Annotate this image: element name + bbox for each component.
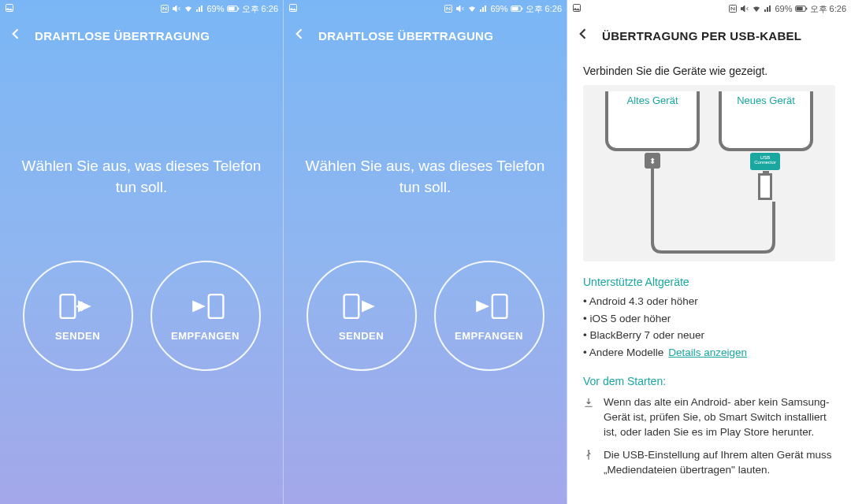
nfc-icon [444, 4, 453, 13]
clock-text: 오후 6:26 [242, 3, 278, 15]
tip-row: Die USB-Einstellung auf Ihrem alten Gerä… [583, 448, 835, 478]
supported-item: • Andere ModelleDetails anzeigen [583, 344, 835, 361]
header: ÜBERTRAGUNG PER USB-KABEL [567, 17, 851, 54]
tip-text-2: Die USB-Einstellung auf Ihrem alten Gerä… [604, 448, 835, 478]
supported-item: • Android 4.3 oder höher [583, 293, 835, 310]
usb-instruction: Verbinden Sie die Geräte wie gezeigt. [583, 65, 835, 77]
back-icon[interactable] [8, 26, 24, 45]
instruction-text: Wählen Sie aus, was dieses Telefon tun s… [284, 156, 567, 198]
send-icon [340, 291, 384, 322]
nfc-icon [160, 4, 169, 13]
battery-percent: 69% [491, 4, 508, 13]
page-title: ÜBERTRAGUNG PER USB-KABEL [602, 29, 801, 43]
details-link[interactable]: Details anzeigen [668, 346, 747, 358]
usb-transfer-screen: 69% 오후 6:26 ÜBERTRAGUNG PER USB-KABEL Ve… [567, 0, 851, 504]
wifi-icon [184, 4, 193, 13]
usb-body: Verbinden Sie die Geräte wie gezeigt. Al… [567, 54, 851, 478]
battery-icon [227, 5, 240, 13]
send-label: SENDEN [339, 330, 384, 342]
svg-rect-5 [60, 295, 75, 318]
tip-row: Wenn das alte ein Android- aber kein Sam… [583, 395, 835, 440]
battery-percent: 69% [775, 4, 793, 13]
action-buttons: SENDEN EMPFANGEN [284, 261, 567, 371]
svg-rect-17 [796, 7, 802, 11]
receive-icon [184, 291, 228, 322]
header: DRAHTLOSE ÜBERTRAGUNG [284, 17, 567, 54]
image-icon [5, 3, 14, 13]
battery-icon [511, 5, 523, 13]
svg-rect-12 [344, 295, 359, 318]
status-bar: 69% 오후 6:26 [0, 0, 283, 17]
nfc-icon [728, 4, 738, 13]
battery-icon [795, 5, 808, 13]
usb-icon [583, 450, 596, 478]
wifi-icon [752, 4, 761, 13]
signal-icon [479, 4, 489, 13]
status-bar: 69% 오후 6:26 [567, 0, 851, 17]
battery-percent: 69% [207, 4, 225, 13]
mute-icon [740, 4, 749, 13]
send-label: SENDEN [55, 330, 100, 342]
status-bar: 69% 오후 6:26 [284, 0, 567, 17]
image-icon [572, 3, 582, 13]
download-icon [583, 397, 596, 440]
before-start-title: Vor dem Starten: [583, 375, 835, 387]
page-title: DRAHTLOSE ÜBERTRAGUNG [318, 29, 493, 43]
receive-label: EMPFANGEN [455, 330, 523, 342]
svg-rect-3 [228, 7, 234, 11]
tip-text-1: Wenn das alte ein Android- aber kein Sam… [604, 395, 835, 440]
svg-rect-13 [492, 295, 507, 318]
receive-icon [467, 291, 511, 322]
supported-item: • BlackBerry 7 oder neuer [583, 327, 835, 344]
action-buttons: SENDEN EMPFANGEN [0, 261, 283, 371]
header: DRAHTLOSE ÜBERTRAGUNG [0, 17, 283, 54]
send-icon [56, 291, 100, 322]
supported-item: • iOS 5 oder höher [583, 310, 835, 328]
wifi-icon [467, 4, 477, 13]
wireless-transfer-screen-1: 69% 오후 6:26 DRAHTLOSE ÜBERTRAGUNG Wählen… [0, 0, 284, 504]
receive-label: EMPFANGEN [171, 330, 240, 342]
clock-text: 오후 6:26 [526, 3, 562, 15]
usb-diagram: Altes Gerät Neues Gerät ⬍ USB Connector [583, 85, 835, 261]
page-title: DRAHTLOSE ÜBERTRAGUNG [35, 29, 210, 43]
svg-rect-6 [208, 295, 223, 318]
signal-icon [195, 4, 205, 13]
svg-rect-18 [806, 8, 807, 10]
svg-rect-10 [511, 7, 518, 11]
wireless-transfer-screen-2: 69% 오후 6:26 DRAHTLOSE ÜBERTRAGUNG Wählen… [284, 0, 567, 504]
receive-button[interactable]: EMPFANGEN [151, 261, 261, 371]
clock-text: 오후 6:26 [810, 3, 846, 15]
svg-rect-11 [522, 8, 522, 10]
instruction-text: Wählen Sie aus, was dieses Telefon tun s… [0, 156, 283, 198]
mute-icon [455, 4, 465, 13]
image-icon [288, 3, 298, 13]
mute-icon [172, 4, 181, 13]
back-icon[interactable] [575, 26, 591, 45]
receive-button[interactable]: EMPFANGEN [434, 261, 544, 371]
send-button[interactable]: SENDEN [23, 261, 133, 371]
signal-icon [764, 4, 773, 13]
cable-icon [583, 85, 835, 261]
supported-devices-title: Unterstützte Altgeräte [583, 276, 835, 288]
svg-rect-4 [238, 8, 239, 10]
send-button[interactable]: SENDEN [307, 261, 417, 371]
back-icon[interactable] [292, 26, 307, 45]
